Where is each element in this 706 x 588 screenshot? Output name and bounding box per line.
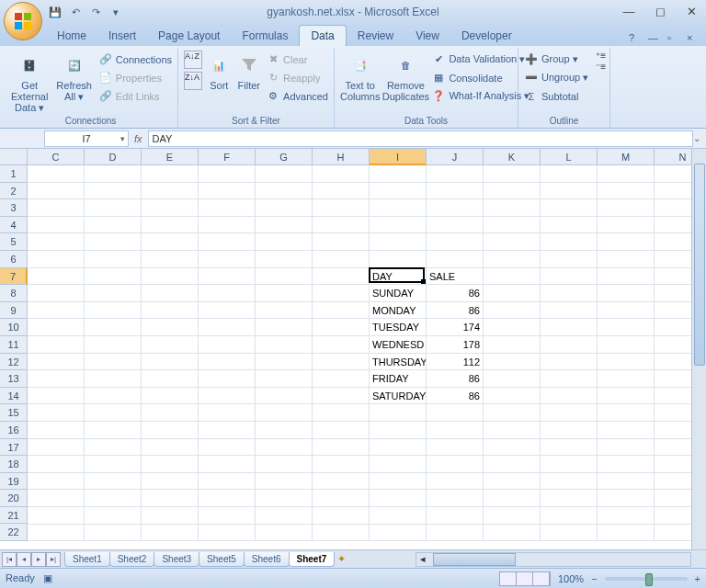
fx-icon[interactable]: fx xyxy=(134,133,142,144)
cell[interactable] xyxy=(256,336,313,354)
cell[interactable] xyxy=(199,285,256,302)
row-header-7[interactable]: 7 xyxy=(0,268,28,286)
cell[interactable] xyxy=(484,285,541,302)
cell[interactable] xyxy=(484,183,541,200)
col-header-M[interactable]: M xyxy=(598,149,655,165)
maximize-button[interactable]: ◻ xyxy=(651,3,669,19)
cell[interactable] xyxy=(28,388,85,405)
cell[interactable]: FRIDAY xyxy=(370,370,427,388)
cell[interactable] xyxy=(256,354,313,371)
close-child-icon[interactable]: × xyxy=(687,32,700,46)
cell[interactable] xyxy=(85,285,142,302)
row-header-22[interactable]: 22 xyxy=(0,524,28,541)
cell[interactable] xyxy=(427,525,484,542)
cell[interactable] xyxy=(484,456,541,473)
cell[interactable] xyxy=(199,388,256,405)
row-header-9[interactable]: 9 xyxy=(0,302,28,320)
cell[interactable]: 174 xyxy=(427,319,484,336)
cell[interactable] xyxy=(28,302,85,320)
sheet-tab-sheet7[interactable]: Sheet7 xyxy=(289,552,336,567)
cell[interactable] xyxy=(85,370,142,388)
cell[interactable] xyxy=(256,233,313,251)
cell[interactable] xyxy=(484,525,541,542)
show-detail-icon[interactable]: ⁺≡ xyxy=(596,51,606,61)
cell[interactable] xyxy=(598,370,655,388)
cell[interactable] xyxy=(427,439,484,457)
cell[interactable] xyxy=(541,165,598,183)
cell[interactable] xyxy=(85,507,142,525)
cell[interactable] xyxy=(541,439,598,457)
cell[interactable] xyxy=(256,302,313,320)
cell[interactable] xyxy=(313,456,370,473)
cell[interactable] xyxy=(484,233,541,251)
cell[interactable] xyxy=(541,370,598,388)
cell[interactable] xyxy=(256,165,313,183)
edit-links-button[interactable]: 🔗Edit Links xyxy=(98,87,172,105)
cell[interactable] xyxy=(142,456,199,473)
close-button[interactable]: ✕ xyxy=(682,3,700,19)
cell[interactable] xyxy=(313,422,370,439)
cell[interactable] xyxy=(142,525,199,542)
view-buttons[interactable] xyxy=(499,571,551,586)
cell[interactable] xyxy=(598,354,655,371)
minimize-button[interactable]: — xyxy=(620,3,638,19)
cell[interactable] xyxy=(28,473,85,491)
cell[interactable] xyxy=(370,456,427,473)
cell[interactable] xyxy=(484,404,541,422)
cell[interactable] xyxy=(28,404,85,422)
cell[interactable] xyxy=(484,490,541,507)
cell[interactable]: THURSDAY xyxy=(370,354,427,371)
cell[interactable] xyxy=(541,302,598,320)
cell[interactable] xyxy=(28,285,85,302)
cell[interactable] xyxy=(541,199,598,217)
cell[interactable] xyxy=(484,507,541,525)
cell[interactable] xyxy=(28,233,85,251)
col-header-J[interactable]: J xyxy=(427,149,484,165)
cell[interactable] xyxy=(199,336,256,354)
cell[interactable] xyxy=(313,439,370,457)
col-header-I[interactable]: I xyxy=(370,149,427,165)
horizontal-scrollbar[interactable]: ◂ xyxy=(416,552,691,567)
cell[interactable] xyxy=(85,217,142,234)
cell[interactable] xyxy=(427,473,484,491)
cell[interactable] xyxy=(427,233,484,251)
col-header-F[interactable]: F xyxy=(199,149,256,165)
reapply-button[interactable]: ↻Reapply xyxy=(266,69,328,86)
cell[interactable] xyxy=(199,302,256,320)
cell[interactable] xyxy=(142,302,199,320)
zoom-out-button[interactable]: − xyxy=(591,573,597,584)
zoom-level[interactable]: 100% xyxy=(558,573,584,584)
hide-detail-icon[interactable]: ⁻≡ xyxy=(596,62,606,72)
cell[interactable] xyxy=(541,251,598,268)
cell[interactable] xyxy=(199,217,256,234)
cell[interactable] xyxy=(541,525,598,542)
cell[interactable] xyxy=(85,251,142,268)
cell[interactable] xyxy=(199,319,256,336)
scroll-left-button[interactable]: ◂ xyxy=(416,553,429,566)
cell[interactable] xyxy=(28,370,85,388)
cell[interactable] xyxy=(85,233,142,251)
row-header-20[interactable]: 20 xyxy=(0,490,28,507)
cell[interactable] xyxy=(85,422,142,439)
cell[interactable] xyxy=(541,473,598,491)
row-header-11[interactable]: 11 xyxy=(0,336,28,354)
cell[interactable] xyxy=(484,217,541,234)
cell[interactable] xyxy=(370,183,427,200)
prev-sheet-button[interactable]: ◂ xyxy=(17,552,31,567)
properties-button[interactable]: 📄Properties xyxy=(98,69,172,86)
cell[interactable]: SUNDAY xyxy=(370,285,427,302)
cell[interactable] xyxy=(484,251,541,268)
cell[interactable] xyxy=(541,354,598,371)
filter-button[interactable]: Filter xyxy=(236,51,263,91)
cell[interactable] xyxy=(313,336,370,354)
text-to-columns-button[interactable]: 📑 Text to Columns xyxy=(340,51,380,102)
macro-record-icon[interactable]: ▣ xyxy=(43,572,52,583)
cell[interactable] xyxy=(85,404,142,422)
sort-asc-icon[interactable]: A↓Z xyxy=(184,51,202,69)
row-header-14[interactable]: 14 xyxy=(0,388,28,405)
cell[interactable] xyxy=(85,268,142,286)
row-header-13[interactable]: 13 xyxy=(0,370,28,388)
cell[interactable] xyxy=(484,388,541,405)
sheet-tab-sheet3[interactable]: Sheet3 xyxy=(154,552,199,567)
cell[interactable] xyxy=(256,183,313,200)
